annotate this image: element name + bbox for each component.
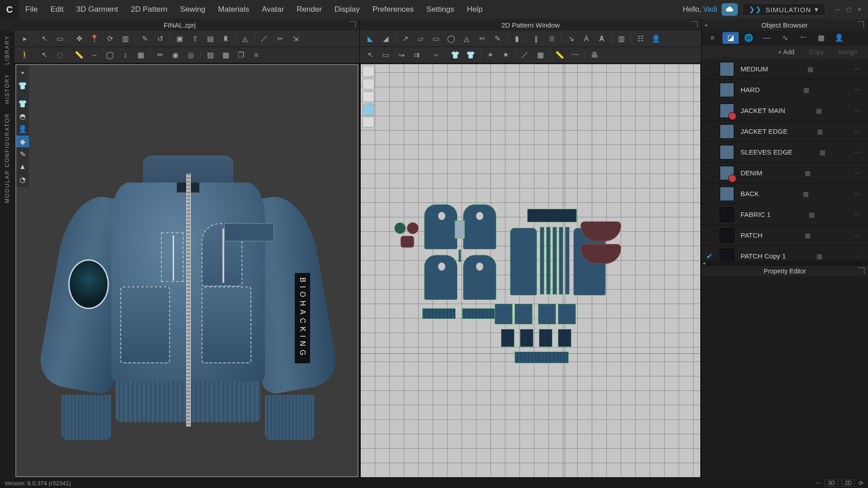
gizmo-icon[interactable]: ✥ bbox=[72, 33, 86, 45]
select-sewing-icon[interactable]: ↖ bbox=[363, 49, 377, 61]
fabric-swatch-icon[interactable] bbox=[720, 207, 734, 222]
ruler-tool-icon[interactable]: 📏 bbox=[553, 49, 566, 61]
viewport3d-title-tab[interactable]: FINAL.zprj bbox=[0, 19, 360, 31]
pattern-placket[interactable] bbox=[455, 221, 465, 239]
simulate-icon[interactable]: ▸ bbox=[18, 33, 32, 45]
thick-texture-icon[interactable]: ▪ bbox=[16, 67, 29, 79]
texture-tile-icon[interactable]: ▦ bbox=[803, 231, 812, 240]
dart-tool-icon[interactable]: ✂ bbox=[475, 33, 489, 45]
plotter-tool-icon[interactable]: 🖶 bbox=[588, 49, 601, 61]
add-fabric-button[interactable]: Add bbox=[772, 47, 801, 57]
menu-edit[interactable]: Edit bbox=[44, 0, 70, 19]
tape-measure-icon[interactable]: 📏 bbox=[72, 49, 86, 61]
fabric-swatch-icon[interactable] bbox=[720, 187, 734, 201]
avatar-size-icon[interactable]: 👤 bbox=[649, 33, 663, 45]
texture-tile-icon[interactable]: ▦ bbox=[807, 210, 816, 219]
pattern-front-panel[interactable] bbox=[424, 204, 458, 249]
internal-polygon-icon[interactable]: ◬ bbox=[460, 33, 473, 45]
pattern-pocket[interactable] bbox=[514, 304, 533, 324]
polygon-tool-icon[interactable]: ▱ bbox=[414, 33, 427, 45]
pattern-strip[interactable] bbox=[565, 227, 570, 295]
fabric-swatch-icon[interactable] bbox=[720, 145, 734, 160]
simulation-dropdown[interactable]: ❯❯ SIMULATION ▾ bbox=[742, 3, 826, 16]
rotate-icon[interactable]: ⟳ bbox=[103, 33, 117, 45]
lasso-icon[interactable]: ◌ bbox=[53, 49, 66, 61]
menu-2d-pattern[interactable]: 2D Pattern bbox=[124, 0, 174, 19]
superimpose-icon[interactable]: ⇧ bbox=[188, 33, 202, 45]
3d-baseline-icon[interactable]: ◉ bbox=[169, 49, 182, 61]
maximize-icon[interactable]: ▢ bbox=[844, 5, 853, 14]
show-bond-icon[interactable]: ▲ bbox=[16, 161, 29, 173]
pattern-patch-round[interactable] bbox=[394, 222, 406, 234]
fabric-swatch-icon[interactable] bbox=[720, 83, 734, 97]
show-garment-icon[interactable]: ◆ bbox=[16, 136, 29, 147]
pucker-free-icon[interactable]: ✷ bbox=[499, 49, 512, 61]
tab-topstitch-icon[interactable]: — bbox=[759, 32, 775, 44]
menu-help[interactable]: Help bbox=[461, 0, 489, 19]
show-grainline-icon[interactable] bbox=[363, 117, 374, 127]
pattern-tab[interactable] bbox=[501, 329, 514, 347]
text-tool-icon[interactable]: A bbox=[580, 33, 593, 45]
assign-fabric-button[interactable]: Assign bbox=[832, 47, 863, 57]
row-menu-icon[interactable]: ⋯ bbox=[853, 169, 862, 178]
ribbon-modular-configurator[interactable]: MODULAR CONFIGURATOR bbox=[4, 110, 10, 206]
popout-icon[interactable] bbox=[349, 21, 356, 28]
height-measure-icon[interactable]: ↕ bbox=[118, 49, 132, 61]
row-menu-icon[interactable]: ⋯ bbox=[853, 127, 862, 136]
fabric-swatch-icon[interactable] bbox=[720, 228, 734, 243]
refresh-icon[interactable]: ⟳ bbox=[859, 480, 863, 487]
cloud-sync-icon[interactable] bbox=[722, 3, 738, 16]
flatten-surface-icon[interactable]: ◎ bbox=[184, 49, 198, 61]
show-internal-icon[interactable]: ✎ bbox=[16, 148, 29, 160]
row-menu-icon[interactable]: ⋯ bbox=[853, 85, 862, 94]
pattern-patch-round[interactable] bbox=[407, 222, 419, 234]
show-sewing-icon[interactable] bbox=[363, 66, 374, 77]
menu-settings[interactable]: Settings bbox=[420, 0, 460, 19]
tab-fabric-icon[interactable]: ◪ bbox=[722, 32, 739, 44]
fabric-row[interactable]: BACK▦⋯ bbox=[702, 183, 868, 204]
texture-edit-icon[interactable]: ▨ bbox=[203, 49, 217, 61]
fabric-swatch-icon[interactable] bbox=[720, 103, 734, 118]
popout-icon[interactable] bbox=[691, 21, 698, 28]
fabric-row[interactable]: SLEEVES EDGE▦⋯ bbox=[702, 142, 868, 163]
select-box-icon[interactable]: ▭ bbox=[53, 33, 66, 45]
attach-tool-icon[interactable]: ⇲ bbox=[288, 33, 302, 45]
tab-grading-icon[interactable]: ▦ bbox=[813, 32, 829, 44]
row-menu-icon[interactable]: ⋯ bbox=[853, 65, 862, 74]
pattern-patch-rect[interactable] bbox=[401, 236, 414, 248]
menu-materials[interactable]: Materials bbox=[212, 0, 255, 19]
tab-pucker-icon[interactable]: 〰 bbox=[795, 32, 811, 44]
arrangement-box-icon[interactable]: ▣ bbox=[173, 33, 186, 45]
menu-file[interactable]: File bbox=[19, 0, 44, 19]
show-avatar-icon[interactable]: 👤 bbox=[16, 123, 29, 135]
menu-avatar[interactable]: Avatar bbox=[255, 0, 290, 19]
texture-transform-icon[interactable]: ▦ bbox=[533, 49, 547, 61]
grading-tool-icon[interactable]: ☷ bbox=[634, 33, 647, 45]
edit-texture-icon[interactable]: ／ bbox=[518, 49, 532, 61]
minimize-icon[interactable]: — bbox=[834, 5, 842, 14]
pattern-measure-icon[interactable]: ▥ bbox=[614, 33, 628, 45]
mesh-select-icon[interactable]: ◬ bbox=[238, 33, 252, 45]
edit-curve2d-icon[interactable]: ◢ bbox=[379, 33, 392, 45]
circumference-icon[interactable]: ◯ bbox=[103, 49, 117, 61]
pin-icon[interactable]: 📍 bbox=[88, 33, 101, 45]
ellipse-tool-icon[interactable]: ◯ bbox=[444, 33, 458, 45]
pattern-window-title-tab[interactable]: 2D Pattern Window bbox=[360, 19, 702, 31]
texture-tile-icon[interactable]: ▦ bbox=[814, 106, 823, 115]
menu-3d-garment[interactable]: 3D Garment bbox=[70, 0, 125, 19]
pattern-sleeve[interactable] bbox=[510, 228, 537, 296]
row-menu-icon[interactable]: ⋯ bbox=[853, 106, 862, 115]
select-mesh-icon[interactable]: ↖ bbox=[38, 49, 51, 61]
line-tool-icon[interactable]: ／ bbox=[258, 33, 271, 45]
tab-world-icon[interactable]: 🌐 bbox=[741, 32, 757, 44]
fabric-row[interactable]: HARD▦⋯ bbox=[702, 80, 868, 100]
fabric-row[interactable]: DENIM▦⋯ bbox=[702, 163, 868, 183]
flatten-icon[interactable]: ▤ bbox=[203, 33, 217, 45]
graphic-transform-icon[interactable]: ▩ bbox=[219, 49, 232, 61]
garment-jacket[interactable]: BIOHACKING bbox=[52, 155, 324, 458]
viewport-3d[interactable]: ▪ 👕 👕 ◓ 👤 ◆ ✎ ▲ ◔ bbox=[15, 64, 359, 477]
show-baseline-icon[interactable] bbox=[363, 91, 374, 102]
text-bold-icon[interactable]: A bbox=[595, 33, 609, 45]
close-icon[interactable]: ✕ bbox=[855, 5, 863, 14]
tab-scene-icon[interactable]: ≡ bbox=[704, 32, 721, 44]
